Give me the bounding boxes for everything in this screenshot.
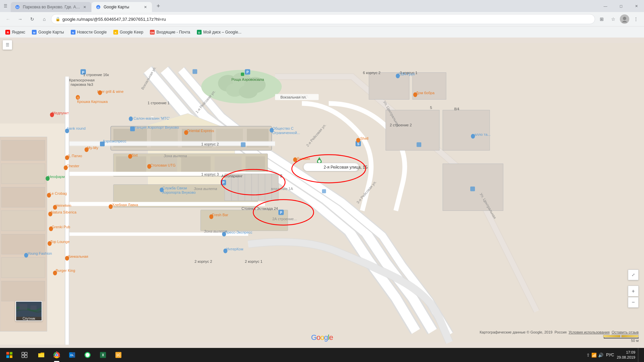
bookmark-icon[interactable]: ☆ xyxy=(608,14,619,24)
svg-text:Хлебная Лавка: Хлебная Лавка xyxy=(112,203,138,207)
taskbar-whatsapp[interactable] xyxy=(80,348,95,362)
extensions-icon[interactable]: ⊞ xyxy=(596,14,607,24)
terms-link[interactable]: Условия использования xyxy=(569,330,609,334)
bookmark-drive[interactable]: D Мой диск – Google... xyxy=(194,28,244,36)
svg-rect-83 xyxy=(470,187,475,191)
svg-text:Роща Аэровокзала: Роща Аэровокзала xyxy=(231,77,264,81)
svg-text:🍕: 🍕 xyxy=(76,96,79,100)
taskbar-right: ⇧ 📶 🔊 РУС 17:09 29.08.2019 xyxy=(582,348,644,362)
svg-text:1 строение 16к: 1 строение 16к xyxy=(83,73,109,77)
svg-text:1 строение 1: 1 строение 1 xyxy=(148,101,170,105)
bookmark-news[interactable]: N Новости Google xyxy=(68,28,109,36)
minimize-button[interactable]: — xyxy=(598,0,613,12)
svg-rect-59 xyxy=(443,110,490,150)
svg-text:P: P xyxy=(247,70,249,74)
home-button[interactable]: ⌂ xyxy=(39,14,50,24)
tab2-favicon: G xyxy=(96,4,101,10)
zoom-out-button[interactable]: − xyxy=(628,297,639,308)
close-button[interactable]: ✕ xyxy=(629,0,644,12)
bookmark-google-maps[interactable]: M Google Карты xyxy=(29,28,66,36)
svg-point-113 xyxy=(356,138,360,143)
svg-text:N: N xyxy=(72,31,74,34)
taskbar-file-explorer[interactable] xyxy=(34,348,48,362)
svg-text:Burger King: Burger King xyxy=(56,268,75,273)
svg-text:Top Lounge: Top Lounge xyxy=(50,240,70,244)
svg-rect-195 xyxy=(6,352,9,355)
network-icon[interactable]: 📶 xyxy=(591,353,597,358)
tab-2[interactable]: G Google Карты ✕ xyxy=(92,2,152,12)
tray-up-arrow[interactable]: ⇧ xyxy=(586,353,590,358)
svg-text:алло та...: алло та... xyxy=(474,132,490,136)
svg-text:Natura Siberica: Natura Siberica xyxy=(51,210,77,214)
svg-point-5 xyxy=(622,21,627,22)
user-profile-icon[interactable] xyxy=(619,14,630,24)
satellite-thumbnail[interactable]: Спутник xyxy=(15,301,42,321)
taskbar-1c[interactable]: 1C xyxy=(111,348,125,362)
svg-rect-201 xyxy=(22,355,24,358)
bookmark-keep[interactable]: K Google Keep xyxy=(111,28,146,36)
svg-text:P: P xyxy=(280,211,282,215)
taskbar-clock[interactable]: 17:09 29.08.2019 xyxy=(617,350,635,360)
taskbar-outlook[interactable]: OL xyxy=(65,348,79,362)
map-container[interactable]: P P P P S xyxy=(0,38,644,348)
svg-text:Салон-магазин 'МТС': Салон-магазин 'МТС' xyxy=(133,116,170,120)
more-menu-icon[interactable]: ⋮ xyxy=(631,14,641,24)
address-box[interactable]: 🔒 google.ru/maps/@55.6046547,37.2907651,… xyxy=(51,14,595,24)
profile-avatar[interactable] xyxy=(620,14,629,24)
yandex-favicon: Я xyxy=(5,30,10,35)
task-view-button[interactable] xyxy=(17,348,32,362)
tab-1[interactable]: M Парковка во Внуково. Где. Авт... ✕ xyxy=(11,2,91,12)
svg-rect-200 xyxy=(25,352,27,355)
fullscreen-button[interactable]: ⤢ xyxy=(628,269,639,280)
svg-rect-81 xyxy=(241,142,246,147)
zoom-in-button[interactable]: + xyxy=(628,286,639,296)
maximize-button[interactable]: ◻ xyxy=(613,0,629,12)
new-tab-button[interactable]: + xyxy=(154,1,163,11)
svg-text:Аэропорта Внуково: Аэропорта Внуково xyxy=(162,190,196,194)
svg-rect-84 xyxy=(322,189,326,193)
bookmark-maps-label: Google Карты xyxy=(38,30,64,35)
svg-text:D: D xyxy=(198,31,200,34)
taskbar-apps: OL X xyxy=(34,348,125,362)
svg-text:Общество С: Общество С xyxy=(272,126,293,130)
bookmark-yandex[interactable]: Я Яндекс xyxy=(3,28,28,36)
svg-rect-57 xyxy=(413,73,446,100)
map-sidebar-toggle[interactable]: ☰ xyxy=(3,40,12,50)
taskbar-chrome[interactable] xyxy=(50,348,64,362)
svg-text:M: M xyxy=(33,31,36,34)
svg-text:парковка №3: парковка №3 xyxy=(70,82,93,86)
svg-text:СВА-Груп: СВА-Груп xyxy=(398,72,415,76)
google-logo-o2: o xyxy=(320,333,324,342)
svg-rect-49 xyxy=(1,281,45,301)
language-indicator[interactable]: РУС xyxy=(606,353,614,357)
sidebar-toggle[interactable]: ☰ xyxy=(1,2,9,10)
feedback-link[interactable]: Оставить отзыв xyxy=(611,330,639,334)
svg-rect-56 xyxy=(369,73,409,100)
svg-text:beer grill & wine: beer grill & wine xyxy=(97,89,123,94)
svg-point-55 xyxy=(239,85,258,99)
svg-text:Oriental Express: Oriental Express xyxy=(187,129,214,133)
svg-rect-80 xyxy=(193,69,197,74)
taskbar-excel[interactable]: X xyxy=(96,348,110,362)
volume-icon[interactable]: 🔊 xyxy=(598,353,603,358)
start-button[interactable] xyxy=(1,348,17,362)
bookmark-news-label: Новости Google xyxy=(77,30,107,35)
tab1-close[interactable]: ✕ xyxy=(82,4,87,10)
tab2-close[interactable]: ✕ xyxy=(143,4,148,10)
show-desktop-button[interactable] xyxy=(638,348,640,362)
scale-text: 50 м xyxy=(631,339,639,343)
svg-rect-197 xyxy=(6,355,9,358)
svg-text:Пресс-Экспресс: Пресс-Экспресс xyxy=(225,230,253,234)
bookmark-gmail[interactable]: GM Входящие - Почта xyxy=(147,28,193,36)
svg-rect-31 xyxy=(246,157,265,174)
svg-text:Крошка Картошка: Крошка Картошка xyxy=(77,100,108,104)
forward-button[interactable]: → xyxy=(15,14,25,24)
svg-text:Служба Связи: Служба Связи xyxy=(162,186,187,190)
reload-button[interactable]: ↻ xyxy=(27,14,38,24)
region-text: Россия xyxy=(554,330,567,334)
back-button[interactable]: ← xyxy=(3,14,13,24)
svg-text:bank round: bank round xyxy=(67,126,86,130)
svg-rect-196 xyxy=(10,352,12,355)
svg-text:Fresh Bar: Fresh Bar xyxy=(212,213,228,217)
news-favicon: N xyxy=(71,30,75,35)
